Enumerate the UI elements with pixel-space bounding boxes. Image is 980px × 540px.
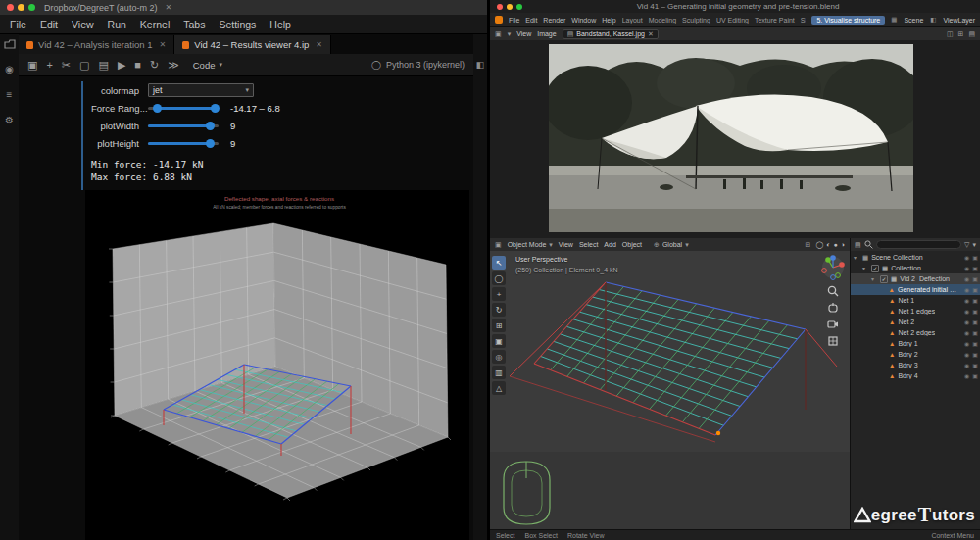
zoom-icon[interactable] xyxy=(827,285,839,297)
workspace-tab[interactable]: Layout xyxy=(622,17,643,24)
disable-in-render-icon[interactable]: ▣ xyxy=(972,286,978,293)
outliner-row[interactable]: ▾✓▦Vid 2_Deflection◉▣ xyxy=(851,273,980,284)
restart-kernel-icon[interactable]: ↻ xyxy=(150,60,159,71)
hide-in-viewport-icon[interactable]: ◉ xyxy=(964,254,969,261)
disclosure-icon[interactable]: ▾ xyxy=(871,275,877,282)
close-window-icon[interactable] xyxy=(7,4,14,11)
solid-shading-icon[interactable]: ◐ xyxy=(826,241,830,248)
cell-type-dropdown[interactable]: Code▾ xyxy=(188,59,227,72)
table-of-contents-icon[interactable]: ≡ xyxy=(7,89,13,100)
viewlayer-selector[interactable]: ViewLayer xyxy=(943,17,975,24)
menu-item-object[interactable]: Object xyxy=(622,241,642,248)
axis-gizmo[interactable] xyxy=(820,255,846,280)
workspace-tab-active[interactable]: 5. Visualise structure xyxy=(811,16,885,25)
hide-in-viewport-icon[interactable]: ◉ xyxy=(964,297,969,304)
add-primitive-tool-icon[interactable]: △ xyxy=(492,381,506,395)
select-box-tool-icon[interactable]: ↖ xyxy=(492,256,506,270)
hide-in-viewport-icon[interactable]: ◉ xyxy=(964,319,969,325)
disable-in-render-icon[interactable]: ▣ xyxy=(972,308,978,315)
scene-selector[interactable]: Scene xyxy=(904,17,923,24)
disable-in-render-icon[interactable]: ▣ xyxy=(972,254,978,261)
workspace-tab[interactable]: UV Editing xyxy=(716,17,749,24)
minimize-window-icon[interactable] xyxy=(507,4,513,10)
extensions-icon[interactable]: ⚙ xyxy=(5,115,14,125)
rendered-shading-icon[interactable]: ◑ xyxy=(841,241,845,248)
file-browser-icon[interactable] xyxy=(4,39,16,49)
property-inspector-icon[interactable]: ◧ xyxy=(476,60,485,70)
workspace-tab[interactable]: Modeling xyxy=(649,17,676,24)
perspective-toggle-icon[interactable] xyxy=(827,335,839,347)
disable-in-render-icon[interactable]: ▣ xyxy=(972,362,978,368)
add-cell-icon[interactable]: + xyxy=(46,60,52,71)
editor-type-icon[interactable]: ▣ xyxy=(495,30,502,38)
menu-item-help[interactable]: Help xyxy=(602,17,615,24)
hide-in-viewport-icon[interactable]: ◉ xyxy=(964,372,969,379)
menu-item-view[interactable]: View xyxy=(516,30,531,37)
blender-logo-icon[interactable] xyxy=(495,16,503,24)
menu-item-add[interactable]: Add xyxy=(604,241,615,248)
disable-in-render-icon[interactable]: ▣ xyxy=(972,340,978,347)
menu-item-view[interactable]: View xyxy=(72,19,94,30)
colormap-dropdown[interactable]: jet▾ xyxy=(148,83,254,97)
disable-in-render-icon[interactable]: ▣ xyxy=(972,319,978,325)
hide-in-viewport-icon[interactable]: ◉ xyxy=(964,340,969,347)
checkbox-icon[interactable]: ✓ xyxy=(871,265,879,272)
window-controls[interactable] xyxy=(490,4,529,10)
viewport-body[interactable]: User Perspective (250) Collection | Elem… xyxy=(490,251,850,529)
restart-run-all-icon[interactable]: ≫ xyxy=(168,60,179,71)
plotwidth-slider[interactable] xyxy=(148,124,219,127)
close-window-icon[interactable] xyxy=(497,4,503,10)
outliner-row[interactable]: ▲Generated initial mesh◉▣ xyxy=(851,284,980,295)
menu-item-select[interactable]: Select xyxy=(579,241,598,248)
orientation-dropdown[interactable]: ⊕Global▾ xyxy=(654,241,689,249)
menu-item-image[interactable]: Image xyxy=(537,30,556,37)
outliner-row[interactable]: ▲Bdry 1◉▣ xyxy=(851,338,980,349)
menu-item-render[interactable]: Render xyxy=(543,17,565,24)
hide-in-viewport-icon[interactable]: ◉ xyxy=(964,351,969,358)
editor-type-icon[interactable]: ▣ xyxy=(495,241,502,249)
running-sessions-icon[interactable]: ◉ xyxy=(5,64,14,74)
disable-in-render-icon[interactable]: ▣ xyxy=(972,297,978,304)
slider-handle[interactable] xyxy=(153,104,162,113)
zoom-window-icon[interactable] xyxy=(516,4,522,10)
snap-icon[interactable]: ⊞ xyxy=(806,241,811,249)
outliner-row[interactable]: ▲Net 2◉▣ xyxy=(851,317,980,327)
menu-item-edit[interactable]: Edit xyxy=(40,19,58,30)
outliner-row[interactable]: ▲Net 1 edges◉▣ xyxy=(851,306,980,317)
slider-handle[interactable] xyxy=(206,139,215,148)
hide-in-viewport-icon[interactable]: ◉ xyxy=(964,362,969,368)
menu-item-tabs[interactable]: Tabs xyxy=(183,19,205,30)
workspace-tab[interactable]: Shading xyxy=(801,17,807,24)
move-tool-icon[interactable]: + xyxy=(492,287,506,301)
close-icon[interactable]: ✕ xyxy=(160,40,167,49)
menu-item-settings[interactable]: Settings xyxy=(219,19,256,30)
options-icon[interactable]: ▤ xyxy=(968,30,975,38)
cut-cells-icon[interactable]: ✂ xyxy=(62,60,71,71)
close-icon[interactable]: ✕ xyxy=(316,40,322,49)
move-view-icon[interactable] xyxy=(827,302,839,314)
outliner-row[interactable]: ▾▦Scene Collection◉▣ xyxy=(851,252,980,263)
cursor-tool-icon[interactable]: ◯ xyxy=(492,271,506,285)
menu-item-view[interactable]: View xyxy=(559,241,573,248)
disable-in-render-icon[interactable]: ▣ xyxy=(972,275,978,282)
outliner-row[interactable]: ▲Bdry 4◉▣ xyxy=(851,370,980,381)
hide-in-viewport-icon[interactable]: ◉ xyxy=(964,286,969,293)
stop-kernel-icon[interactable]: ■ xyxy=(134,60,141,71)
outliner-row[interactable]: ▲Net 1◉▣ xyxy=(851,295,980,306)
menu-item-help[interactable]: Help xyxy=(270,19,291,30)
outliner-search-input[interactable] xyxy=(876,240,961,249)
pin-icon[interactable]: ◫ xyxy=(947,30,954,38)
scale-tool-icon[interactable]: ⊞ xyxy=(492,319,506,332)
disclosure-icon[interactable]: ▾ xyxy=(854,254,859,261)
disable-in-render-icon[interactable]: ▣ xyxy=(972,372,978,379)
slider-handle[interactable] xyxy=(211,104,220,113)
paste-cells-icon[interactable]: ▤ xyxy=(98,60,108,71)
copy-cells-icon[interactable]: ▢ xyxy=(79,60,89,71)
filter-icon[interactable]: ▽ xyxy=(964,241,969,249)
menu-item-edit[interactable]: Edit xyxy=(525,17,537,24)
run-cell-icon[interactable]: ▶ xyxy=(118,60,125,71)
close-icon[interactable]: ✕ xyxy=(648,30,654,38)
outliner-row[interactable]: ▲Net 2 edges◉▣ xyxy=(851,327,980,338)
options-icon[interactable]: ▾ xyxy=(972,241,976,249)
outliner-row[interactable]: ▲Bdry 2◉▣ xyxy=(851,349,980,360)
